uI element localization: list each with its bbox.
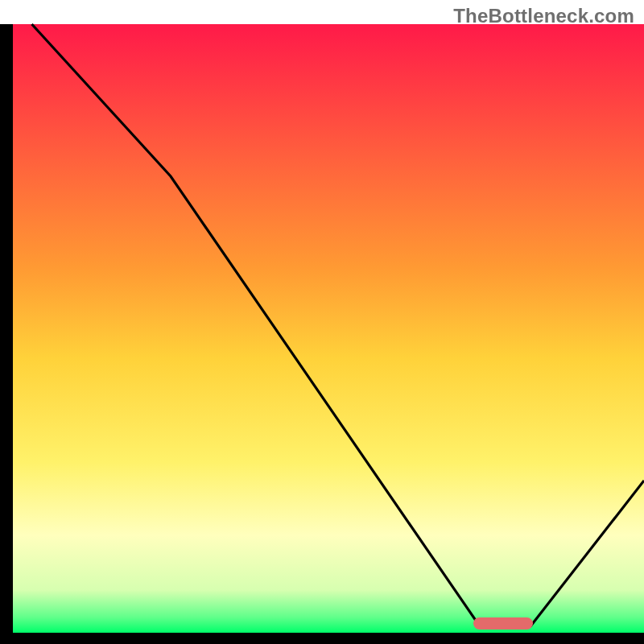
watermark-text: TheBottleneck.com	[453, 5, 634, 27]
optimal-zone-marker	[473, 617, 533, 630]
bottleneck-chart	[0, 0, 644, 644]
chart-background	[13, 24, 644, 633]
y-axis	[0, 24, 13, 644]
x-axis	[0, 633, 644, 644]
